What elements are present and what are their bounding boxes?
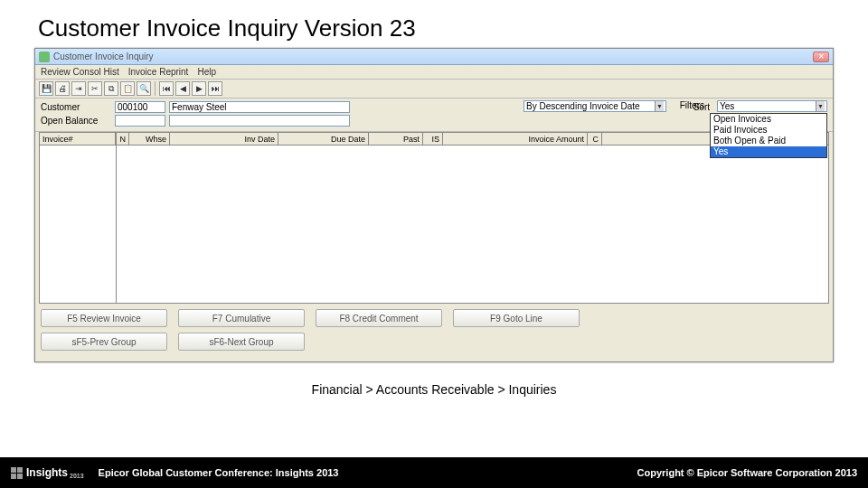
filter-option-both[interactable]: Both Open & Paid — [711, 136, 826, 146]
form-area: Customer 000100 Fenway Steel Sort By Des… — [35, 99, 833, 132]
find-icon[interactable]: 🔍 — [137, 81, 151, 96]
customer-name-field[interactable]: Fenway Steel — [169, 101, 350, 113]
col-is[interactable]: IS — [423, 133, 443, 145]
logo-text: Insights — [26, 466, 68, 479]
open-balance-label: Open Balance — [41, 116, 111, 126]
col-invoice-amount[interactable]: Invoice Amount — [443, 133, 588, 145]
paste-icon[interactable]: 📋 — [120, 81, 135, 96]
footer-logo: Insights 2013 — [11, 466, 84, 479]
app-icon — [39, 52, 50, 62]
toolbar-separator — [155, 81, 156, 96]
menu-invoice-reprint[interactable]: Invoice Reprint — [128, 67, 189, 77]
filters-label: Filters — [680, 100, 704, 110]
grid-left-body[interactable] — [40, 145, 116, 303]
sf5-prev-group-button[interactable]: sF5-Prev Group — [41, 333, 167, 351]
nav-last-icon[interactable]: ⏭ — [208, 81, 222, 96]
col-inv-date[interactable]: Inv Date — [170, 133, 278, 145]
breadcrumb: Financial > Accounts Receivable > Inquir… — [0, 382, 868, 397]
exit-icon[interactable]: ⇥ — [71, 81, 86, 96]
f7-cumulative-button[interactable]: F7 Cumulative — [178, 309, 305, 327]
titlebar: Customer Invoice Inquiry ✕ — [35, 49, 833, 65]
filters-dropdown[interactable]: Open Invoices Paid Invoices Both Open & … — [710, 113, 827, 158]
toolbar: 💾 🖨 ⇥ ✂ ⧉ 📋 🔍 ⏮ ◀ ▶ ⏭ — [35, 80, 833, 99]
col-n[interactable]: N — [117, 133, 129, 145]
customer-label: Customer — [41, 102, 111, 112]
print-icon[interactable]: 🖨 — [55, 81, 70, 96]
save-icon[interactable]: 💾 — [39, 81, 53, 96]
open-balance-field-1[interactable] — [115, 115, 165, 127]
filters-combo[interactable]: Yes▼ — [717, 100, 827, 112]
sort-value: By Descending Invoice Date — [526, 101, 640, 111]
sf6-next-group-button[interactable]: sF6-Next Group — [178, 333, 305, 351]
footer-right-text: Copyright © Epicor Software Corporation … — [637, 467, 857, 478]
nav-prev-icon[interactable]: ◀ — [175, 81, 190, 96]
open-balance-field-2[interactable] — [169, 115, 350, 127]
footer-left-text: Epicor Global Customer Conference: Insig… — [99, 467, 339, 478]
nav-next-icon[interactable]: ▶ — [192, 81, 206, 96]
col-past[interactable]: Past — [369, 133, 423, 145]
f9-goto-line-button[interactable]: F9 Goto Line — [453, 309, 580, 327]
chevron-down-icon: ▼ — [816, 101, 825, 111]
filter-option-paid[interactable]: Paid Invoices — [711, 125, 826, 136]
grid-right-pane: N Whse Inv Date Due Date Past IS Invoice… — [117, 133, 828, 303]
col-whse[interactable]: Whse — [129, 133, 170, 145]
slide-footer: Insights 2013 Epicor Global Customer Con… — [0, 457, 868, 488]
function-buttons: F5 Review Invoice F7 Cumulative F8 Credi… — [35, 304, 833, 361]
logo-year: 2013 — [70, 473, 84, 479]
sort-combo[interactable]: By Descending Invoice Date▼ — [524, 100, 666, 112]
slide-title: Customer Invoice Inquiry Version 23 — [0, 0, 868, 48]
col-c[interactable]: C — [588, 133, 602, 145]
customer-code-field[interactable]: 000100 — [115, 101, 165, 113]
chevron-down-icon: ▼ — [655, 101, 664, 111]
logo-icon — [11, 467, 23, 479]
menu-help[interactable]: Help — [197, 67, 216, 77]
grid-left-pane: Invoice# — [40, 133, 117, 303]
filter-option-open[interactable]: Open Invoices — [711, 114, 826, 125]
close-button[interactable]: ✕ — [813, 52, 829, 62]
menu-review-consol-hist[interactable]: Review Consol Hist — [41, 67, 119, 77]
menubar: Review Consol Hist Invoice Reprint Help — [35, 65, 833, 80]
f8-credit-comment-button[interactable]: F8 Credit Comment — [316, 309, 442, 327]
col-due-date[interactable]: Due Date — [278, 133, 369, 145]
grid-right-body[interactable] — [117, 145, 828, 303]
col-invoice[interactable]: Invoice# — [40, 133, 116, 145]
window-controls: ✕ — [813, 52, 829, 62]
window-title: Customer Invoice Inquiry — [53, 52, 813, 61]
nav-first-icon[interactable]: ⏮ — [159, 81, 174, 96]
cut-icon[interactable]: ✂ — [88, 81, 102, 96]
filters-value: Yes — [720, 101, 734, 111]
application-window: Customer Invoice Inquiry ✕ Review Consol… — [34, 48, 834, 362]
filter-option-yes[interactable]: Yes — [711, 146, 826, 157]
copy-icon[interactable]: ⧉ — [104, 81, 118, 96]
f5-review-invoice-button[interactable]: F5 Review Invoice — [41, 309, 167, 327]
